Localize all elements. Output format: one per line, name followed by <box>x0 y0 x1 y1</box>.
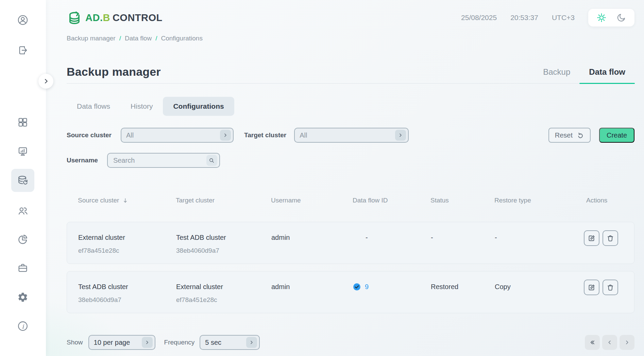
page-size-value: 10 per page <box>94 339 130 346</box>
theme-switcher <box>588 9 634 26</box>
edit-button[interactable] <box>584 230 599 246</box>
frequency-select[interactable]: 5 sec <box>200 335 260 350</box>
data-flow-id-cell: 9 <box>353 271 431 291</box>
cluster-name: External cluster <box>176 283 271 291</box>
column-restore-type: Restore type <box>494 197 586 204</box>
chevron-right-icon <box>43 78 49 85</box>
tab-backup[interactable]: Backup <box>534 60 579 83</box>
data-flow-id-cell: - <box>353 222 431 264</box>
table-row: Test ADB cluster 38eb4060d9a7 External c… <box>67 271 634 313</box>
users-icon[interactable] <box>17 205 29 217</box>
sidebar-expand-button[interactable] <box>38 74 53 89</box>
restore-type-cell: - <box>495 222 587 264</box>
sort-desc-icon <box>122 197 129 204</box>
app-logo: AD.BCONTROL <box>67 10 163 26</box>
column-data-flow-id: Data flow ID <box>353 197 430 204</box>
subtab-data-flows[interactable]: Data flows <box>67 97 120 116</box>
source-cluster-label: Source cluster <box>67 131 112 139</box>
dashboard-grid-icon[interactable] <box>17 117 29 128</box>
profile-icon[interactable] <box>17 14 29 26</box>
logo-wordmark: AD.BCONTROL <box>85 12 163 23</box>
timezone: UTC+3 <box>552 14 575 22</box>
source-cluster-cell: External cluster ef78a451e28c <box>78 222 176 264</box>
monitoring-icon[interactable] <box>17 145 29 157</box>
breadcrumb-separator: / <box>119 35 121 42</box>
pagination-first-button[interactable] <box>585 335 600 350</box>
breadcrumb-item[interactable]: Data flow <box>125 35 152 42</box>
reset-label: Reset <box>555 131 573 139</box>
edit-button[interactable] <box>584 280 599 295</box>
sun-icon[interactable] <box>596 13 607 23</box>
chevron-right-icon <box>246 337 257 348</box>
cluster-id: 38eb4060d9a7 <box>176 247 271 254</box>
edit-icon <box>588 283 596 291</box>
table-header: Source cluster Target cluster Username D… <box>67 196 634 204</box>
target-cluster-label: Target cluster <box>244 131 286 139</box>
page-size-select[interactable]: 10 per page <box>88 335 155 350</box>
username-search-input[interactable] <box>113 156 206 165</box>
target-cluster-select[interactable]: All <box>294 128 409 143</box>
status-cell: - <box>431 222 495 264</box>
backup-database-icon <box>17 174 29 186</box>
current-date: 25/08/2025 <box>461 14 497 22</box>
column-actions: Actions <box>586 197 623 204</box>
edit-icon <box>588 234 596 242</box>
target-cluster-cell: External cluster ef78a451e28c <box>176 271 271 313</box>
clock-group: 25/08/2025 20:53:37 UTC+3 <box>461 9 634 26</box>
services-briefcase-icon[interactable] <box>17 262 29 274</box>
breadcrumb-item[interactable]: Configurations <box>161 35 203 42</box>
delete-button[interactable] <box>603 280 618 295</box>
page-tabs: Backup Data flow <box>534 60 634 83</box>
pagination-next-button[interactable] <box>620 335 634 350</box>
table-footer: Show 10 per page Frequency 5 sec <box>67 335 634 350</box>
create-button[interactable]: Create <box>599 128 634 143</box>
trash-icon <box>606 283 614 291</box>
cluster-name: Test ADB cluster <box>176 234 271 242</box>
reset-button[interactable]: Reset <box>548 128 591 143</box>
actions-cell <box>584 222 623 264</box>
search-icon[interactable] <box>206 155 217 166</box>
username-search <box>107 153 220 168</box>
cluster-name: External cluster <box>78 234 176 242</box>
tab-data-flow[interactable]: Data flow <box>579 60 635 83</box>
sidebar: i <box>0 0 46 356</box>
cluster-id: ef78a451e28c <box>78 247 176 254</box>
pagination-prev-button[interactable] <box>602 335 617 350</box>
chevron-right-icon <box>624 339 630 345</box>
sidebar-item-backup-manager[interactable] <box>11 169 34 192</box>
subtab-configurations[interactable]: Configurations <box>163 97 234 116</box>
source-cluster-select[interactable]: All <box>121 128 234 143</box>
chevron-left-icon <box>607 339 613 345</box>
settings-gear-icon[interactable] <box>17 292 29 303</box>
moon-icon[interactable] <box>616 13 626 23</box>
pagination <box>585 335 634 350</box>
chevron-right-icon <box>395 130 406 141</box>
chevron-right-icon <box>142 337 153 348</box>
column-status: Status <box>430 197 494 204</box>
cluster-name: Test ADB cluster <box>78 283 176 291</box>
logout-icon[interactable] <box>17 44 29 56</box>
logo-database-icon <box>67 10 83 26</box>
cluster-id: 38eb4060d9a7 <box>78 296 176 304</box>
username-cell: admin <box>271 222 353 264</box>
column-username: Username <box>271 197 353 204</box>
source-cluster-value: All <box>126 131 134 139</box>
frequency-label: Frequency <box>164 339 195 346</box>
target-cluster-cell: Test ADB cluster 38eb4060d9a7 <box>176 222 271 264</box>
topbar: AD.BCONTROL 25/08/2025 20:53:37 UTC+3 <box>67 9 634 26</box>
status-cell: Restored <box>431 271 495 313</box>
source-cluster-cell: Test ADB cluster 38eb4060d9a7 <box>78 271 176 313</box>
cluster-id: ef78a451e28c <box>176 296 271 304</box>
delete-button[interactable] <box>603 230 618 246</box>
subtab-history[interactable]: History <box>120 97 163 116</box>
reports-pie-icon[interactable] <box>17 233 29 245</box>
data-flow-id-link[interactable]: 9 <box>365 283 369 291</box>
breadcrumb-separator: / <box>155 35 157 42</box>
breadcrumb-item[interactable]: Backup manager <box>67 35 116 42</box>
info-icon[interactable]: i <box>17 320 29 332</box>
target-cluster-value: All <box>300 131 307 139</box>
filters-row: Source cluster All Target cluster All Re… <box>67 128 634 143</box>
page-title: Backup manager <box>67 65 161 78</box>
column-source-cluster[interactable]: Source cluster <box>78 197 176 204</box>
create-label: Create <box>607 131 627 139</box>
